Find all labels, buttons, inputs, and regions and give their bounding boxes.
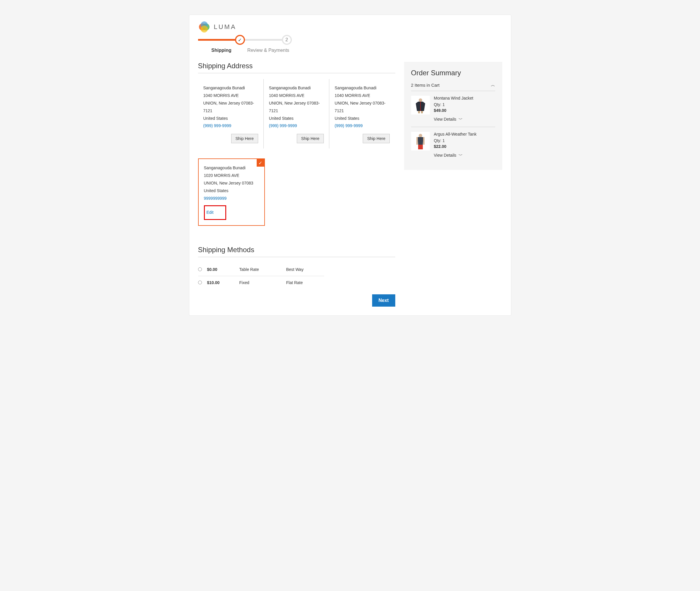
address-city: UNION, New Jersey 07083-7121	[203, 100, 258, 115]
svg-rect-6	[418, 111, 420, 113]
product-thumbnail	[411, 96, 430, 115]
shipping-method-row[interactable]: $0.00 Table Rate Best Way	[198, 263, 324, 276]
shipping-address-heading: Shipping Address	[198, 62, 395, 73]
checkout-progress: ✓ 2 Shipping Review & Payments	[198, 39, 502, 53]
item-price: $22.00	[434, 144, 495, 149]
address-city: UNION, New Jersey 07083-7121	[269, 100, 324, 115]
step-label-shipping: Shipping	[198, 48, 245, 53]
address-card-selected: ✓ Sanganagouda Bunadi 1020 MORRIS AVE UN…	[198, 158, 265, 225]
svg-point-9	[419, 134, 422, 137]
cart-items-toggle[interactable]: 2 Items in Cart ︿	[411, 82, 495, 91]
address-phone[interactable]: 9999999999	[204, 195, 259, 202]
svg-rect-12	[418, 145, 423, 149]
progress-step-review: 2	[282, 35, 292, 45]
step-label-review: Review & Payments	[245, 48, 292, 53]
svg-rect-11	[423, 137, 424, 145]
method-carrier: Table Rate	[239, 267, 286, 272]
chevron-down-icon: ﹀	[459, 153, 463, 158]
product-thumbnail	[411, 132, 430, 150]
checkout-main: Shipping Address Sanganagouda Bunadi 104…	[198, 62, 395, 307]
method-price: $10.00	[207, 280, 239, 285]
address-country: United States	[204, 187, 259, 195]
shipping-method-radio[interactable]	[198, 280, 202, 284]
item-qty: Qty: 1	[434, 102, 495, 107]
address-name: Sanganagouda Bunadi	[269, 84, 324, 92]
address-street: 1040 MORRIS AVE	[269, 92, 324, 100]
view-details-label: View Details	[434, 153, 457, 157]
svg-rect-7	[421, 111, 423, 113]
chevron-up-icon: ︿	[491, 82, 495, 88]
order-summary-box: Order Summary 2 Items in Cart ︿	[404, 62, 502, 170]
luma-logo-icon	[198, 21, 211, 33]
address-phone[interactable]: (999) 999-9999	[335, 122, 390, 130]
address-name: Sanganagouda Bunadi	[335, 84, 390, 92]
method-price: $0.00	[207, 267, 239, 272]
order-summary-title: Order Summary	[411, 69, 495, 77]
shipping-methods-heading: Shipping Methods	[198, 246, 395, 257]
method-title: Best Way	[286, 267, 303, 272]
address-street: 1040 MORRIS AVE	[335, 92, 390, 100]
edit-highlight-box: Edit	[204, 205, 226, 220]
item-qty: Qty: 1	[434, 138, 495, 143]
next-button[interactable]: Next	[372, 294, 395, 307]
address-name: Sanganagouda Bunadi	[203, 84, 258, 92]
method-title: Flat Rate	[286, 280, 303, 285]
address-city: UNION, New Jersey 07083	[204, 180, 259, 187]
shipping-methods-section: Shipping Methods $0.00 Table Rate Best W…	[198, 246, 395, 307]
shipping-method-radio[interactable]	[198, 267, 202, 271]
order-summary-sidebar: Order Summary 2 Items in Cart ︿	[404, 62, 502, 307]
method-carrier: Fixed	[239, 280, 286, 285]
address-card: Sanganagouda Bunadi 1040 MORRIS AVE UNIO…	[329, 79, 395, 148]
item-price: $49.00	[434, 108, 495, 113]
progress-step-shipping: ✓	[235, 35, 245, 45]
selected-check-icon: ✓	[257, 159, 264, 167]
cart-item: Montana Wind Jacket Qty: 1 $49.00 View D…	[411, 91, 495, 127]
ship-here-button[interactable]: Ship Here	[231, 134, 258, 143]
view-details-toggle[interactable]: View Details ﹀	[434, 117, 495, 122]
svg-point-3	[201, 25, 208, 32]
ship-here-button[interactable]: Ship Here	[363, 134, 390, 143]
cart-item: Argus All-Weather Tank Qty: 1 $22.00 Vie…	[411, 127, 495, 163]
shipping-method-row[interactable]: $10.00 Fixed Flat Rate	[198, 276, 324, 289]
item-name: Argus All-Weather Tank	[434, 132, 495, 136]
address-street: 1040 MORRIS AVE	[203, 92, 258, 100]
address-card: Sanganagouda Bunadi 1040 MORRIS AVE UNIO…	[198, 79, 264, 148]
progress-track: ✓ 2	[198, 39, 292, 41]
svg-point-5	[419, 98, 422, 102]
svg-rect-10	[416, 137, 418, 145]
address-city: UNION, New Jersey 07083-7121	[335, 100, 390, 115]
address-country: United States	[335, 115, 390, 122]
checkout-page: LUMA ✓ 2 Shipping Review & Payments Ship…	[189, 15, 511, 316]
address-phone[interactable]: (999) 999-9999	[269, 122, 324, 130]
shipping-addresses-list: Sanganagouda Bunadi 1040 MORRIS AVE UNIO…	[198, 79, 395, 234]
view-details-toggle[interactable]: View Details ﹀	[434, 153, 495, 158]
address-name: Sanganagouda Bunadi	[204, 164, 259, 172]
address-card: Sanganagouda Bunadi 1040 MORRIS AVE UNIO…	[264, 79, 329, 148]
check-icon: ✓	[238, 37, 242, 43]
address-country: United States	[269, 115, 324, 122]
step-number: 2	[285, 37, 288, 43]
cart-count-label: 2 Items in Cart	[411, 83, 440, 87]
step-labels: Shipping Review & Payments	[198, 48, 292, 53]
view-details-label: View Details	[434, 117, 457, 122]
ship-here-button[interactable]: Ship Here	[297, 134, 324, 143]
chevron-down-icon: ﹀	[459, 117, 463, 122]
edit-address-link[interactable]: Edit	[207, 208, 217, 217]
item-name: Montana Wind Jacket	[434, 96, 495, 101]
brand-name: LUMA	[214, 23, 236, 31]
address-street: 1020 MORRIS AVE	[204, 172, 259, 180]
header-logo-row: LUMA	[198, 21, 502, 33]
address-phone[interactable]: (999) 999-9999	[203, 122, 258, 130]
address-country: United States	[203, 115, 258, 122]
